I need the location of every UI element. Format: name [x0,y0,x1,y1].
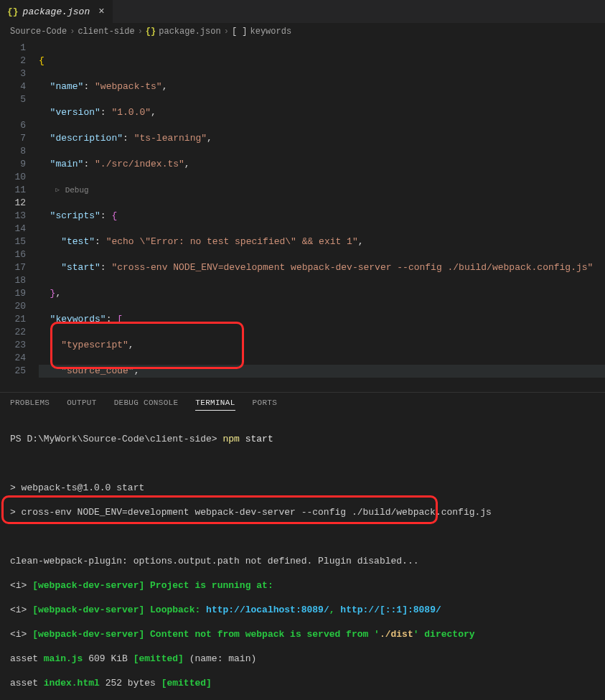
chevron-right-icon: › [224,27,229,37]
line-number-gutter: 12345 678910 1112131415 1617181920 21222… [0,40,39,392]
debug-codelens[interactable]: Debug [65,186,89,195]
tab-ports[interactable]: PORTS [253,398,278,411]
json-icon: {} [7,6,19,17]
chevron-right-icon: › [70,27,75,37]
breadcrumb-seg[interactable]: client-side [78,27,134,37]
tab-problems[interactable]: PROBLEMS [10,398,50,411]
panel: PROBLEMS OUTPUT DEBUG CONSOLE TERMINAL P… [0,392,605,700]
code-editor[interactable]: 12345 678910 1112131415 1617181920 21222… [0,40,605,392]
debug-run-icon[interactable]: ▷ [55,184,59,197]
tab-output[interactable]: OUTPUT [67,398,96,411]
tab-terminal[interactable]: TERMINAL [195,398,235,411]
array-icon: [ ] [232,27,248,37]
code-content[interactable]: { "name": "webpack-ts", "version": "1.0.… [39,40,605,392]
breadcrumb: Source-Code › client-side › {} package.j… [0,23,605,40]
json-icon: {} [146,27,156,37]
breadcrumb-seg[interactable]: keywords [250,27,291,37]
chevron-right-icon: › [138,27,143,37]
close-icon[interactable]: × [98,6,104,17]
tab-debug-console[interactable]: DEBUG CONSOLE [114,398,179,411]
terminal[interactable]: PS D:\MyWork\Source-Code\client-side> np… [0,414,605,700]
breadcrumb-seg[interactable]: package.json [159,27,220,37]
breadcrumb-seg[interactable]: Source-Code [10,27,67,37]
tab-package-json[interactable]: {} package.json × [0,0,113,23]
panel-tab-bar: PROBLEMS OUTPUT DEBUG CONSOLE TERMINAL P… [0,393,605,414]
tab-bar: {} package.json × [0,0,605,23]
tab-label: package.json [23,6,90,17]
